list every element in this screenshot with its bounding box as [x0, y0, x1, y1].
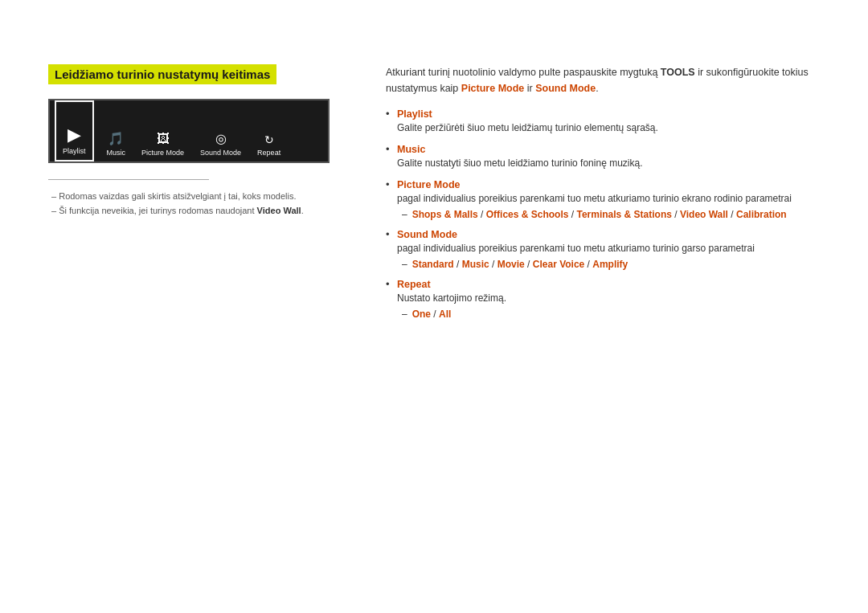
picture-mode-options: – Shops & Malls / Offices & Schools / Te…	[397, 209, 820, 220]
note-1: Rodomas vaizdas gali skirtis atsižvelgia…	[48, 191, 354, 201]
repeat-option-row: – One / All	[397, 309, 820, 320]
feature-repeat: Repeat Nustato kartojimo režimą. – One /…	[386, 278, 820, 320]
feature-name-picture-mode: Picture Mode	[397, 179, 461, 190]
feature-name-sound-mode: Sound Mode	[397, 229, 457, 240]
repeat-icon: ↻	[264, 134, 274, 145]
feature-picture-mode: Picture Mode pagal individualius poreiki…	[386, 178, 820, 220]
feature-playlist: Playlist Galite peržiūrėti šiuo metu lei…	[386, 108, 820, 135]
media-label-music: Music	[107, 149, 126, 157]
picture-mode-link: Picture Mode	[461, 83, 525, 94]
play-icon: ▶	[68, 126, 81, 144]
repeat-options: – One / All	[397, 309, 820, 320]
feature-sound-mode: Sound Mode pagal individualius poreikius…	[386, 228, 820, 270]
picture-mode-option-row: – Shops & Malls / Offices & Schools / Te…	[397, 209, 820, 220]
feature-desc-playlist: Galite peržiūrėti šiuo metu leidžiamų tu…	[397, 121, 820, 135]
intro-text: Atkuriant turinį nuotolinio valdymo pult…	[386, 64, 820, 96]
media-item-repeat[interactable]: ↻ Repeat	[249, 100, 289, 161]
sub-dash-1: –	[402, 209, 407, 220]
feature-name-playlist: Playlist	[397, 108, 432, 120]
media-item-playlist[interactable]: ▶ Playlist	[55, 100, 94, 161]
repeat-values: One / All	[412, 309, 452, 320]
media-item-picture[interactable]: 🖼 Picture Mode	[133, 100, 192, 161]
feature-desc-picture-mode: pagal individualius poreikius parenkami …	[397, 191, 820, 206]
note-2: Ši funkcija neveikia, jei turinys rodoma…	[48, 206, 354, 215]
media-item-music[interactable]: 🎵 Music	[99, 100, 134, 161]
feature-name-music: Music	[397, 144, 425, 155]
picture-icon: 🖼	[157, 133, 170, 145]
media-label-picture: Picture Mode	[141, 149, 184, 157]
music-icon: 🎵	[108, 133, 124, 145]
sub-dash-3: –	[402, 309, 407, 320]
media-label-sound: Sound Mode	[200, 149, 241, 157]
feature-desc-repeat: Nustato kartojimo režimą.	[397, 291, 820, 305]
tools-bold: TOOLS	[661, 67, 695, 78]
divider	[48, 179, 209, 180]
media-label-playlist: Playlist	[63, 147, 86, 155]
media-label-repeat: Repeat	[257, 149, 280, 157]
feature-desc-music: Galite nustatyti šiuo metu leidžiamo tur…	[397, 156, 820, 170]
feature-desc-sound-mode: pagal individualius poreikius parenkami …	[397, 241, 820, 255]
media-item-sound[interactable]: ◎ Sound Mode	[192, 100, 249, 161]
sound-mode-option-row: – Standard / Music / Movie / Clear Voice…	[397, 259, 820, 270]
sound-mode-link: Sound Mode	[535, 83, 596, 94]
sound-mode-values: Standard / Music / Movie / Clear Voice /…	[412, 259, 628, 270]
sound-icon: ◎	[215, 133, 227, 145]
section-title: Leidžiamo turinio nustatymų keitimas	[48, 64, 276, 84]
sub-dash-2: –	[402, 259, 407, 270]
feature-music: Music Galite nustatyti šiuo metu leidžia…	[386, 143, 820, 170]
feature-name-repeat: Repeat	[397, 279, 431, 290]
sound-mode-options: – Standard / Music / Movie / Clear Voice…	[397, 259, 820, 270]
picture-mode-values: Shops & Malls / Offices & Schools / Term…	[412, 209, 787, 220]
left-column: Leidžiamo turinio nustatymų keitimas ▶ P…	[48, 64, 354, 328]
page-container: Leidžiamo turinio nustatymų keitimas ▶ P…	[0, 0, 868, 376]
right-column: Atkuriant turinį nuotolinio valdymo pult…	[386, 64, 820, 328]
media-player: ▶ Playlist 🎵 Music 🖼 Picture Mode ◎ Soun…	[48, 99, 330, 163]
feature-list: Playlist Galite peržiūrėti šiuo metu lei…	[386, 108, 820, 320]
